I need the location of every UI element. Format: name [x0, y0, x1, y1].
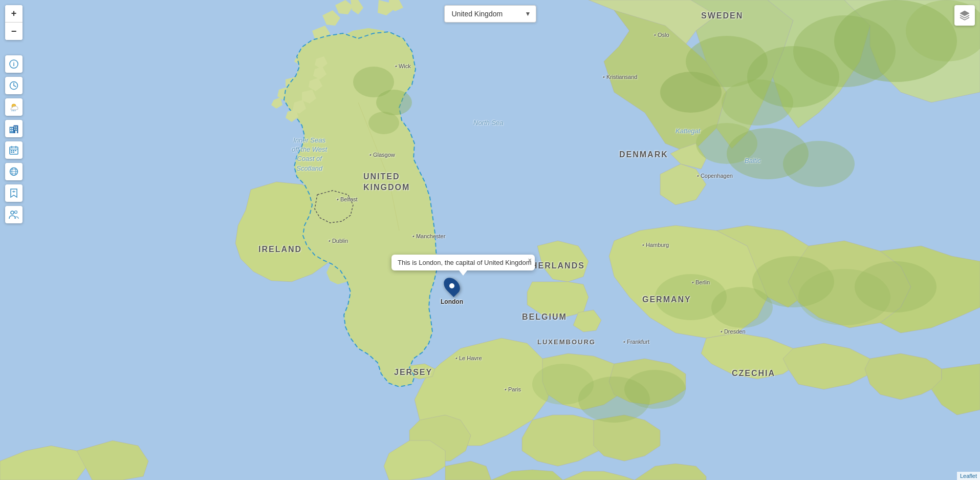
- svg-rect-36: [12, 130, 13, 131]
- popup-tail: [459, 270, 467, 276]
- country-selector: United Kingdom France Germany Spain Ital…: [444, 5, 536, 23]
- london-pin[interactable]: London: [441, 277, 463, 305]
- svg-rect-35: [10, 130, 11, 131]
- clock-button[interactable]: [5, 77, 23, 94]
- country-dropdown[interactable]: United Kingdom France Germany Spain Ital…: [444, 5, 536, 23]
- svg-rect-37: [14, 127, 15, 128]
- info-icon: i: [9, 59, 19, 69]
- leaflet-link[interactable]: Leaflet: [960, 473, 977, 479]
- buildings-icon: [9, 123, 19, 134]
- svg-rect-33: [10, 128, 11, 129]
- svg-line-30: [15, 110, 15, 111]
- svg-point-12: [376, 90, 412, 115]
- zoom-in-button[interactable]: +: [5, 5, 23, 23]
- info-button[interactable]: i: [5, 55, 23, 73]
- people-icon: [9, 210, 19, 220]
- leaflet-attribution: Leaflet: [957, 472, 980, 480]
- svg-line-26: [14, 86, 16, 87]
- svg-text:i: i: [13, 61, 14, 67]
- weather-button[interactable]: [5, 98, 23, 116]
- map-container[interactable]: UNITEDKINGDOM IRELAND SWEDEN DENMARK NET…: [0, 0, 980, 480]
- svg-point-2: [660, 72, 722, 113]
- calendar-button[interactable]: [5, 141, 23, 159]
- people-button[interactable]: [5, 206, 23, 223]
- sidebar-tools: i: [5, 55, 23, 223]
- calendar-icon: [9, 145, 19, 155]
- clock-icon: [9, 80, 19, 91]
- svg-rect-40: [16, 129, 17, 130]
- zoom-out-button[interactable]: −: [5, 23, 23, 40]
- svg-rect-48: [15, 150, 16, 151]
- svg-rect-41: [15, 131, 17, 133]
- zoom-controls: + −: [5, 5, 23, 40]
- svg-point-59: [15, 211, 17, 214]
- svg-rect-50: [13, 152, 14, 153]
- svg-rect-38: [16, 127, 17, 128]
- svg-rect-34: [12, 128, 13, 129]
- svg-point-13: [368, 112, 399, 134]
- svg-rect-39: [14, 129, 15, 130]
- layers-button[interactable]: [954, 5, 975, 26]
- svg-point-58: [11, 211, 14, 214]
- svg-point-21: [624, 370, 686, 409]
- svg-rect-49: [11, 152, 12, 153]
- popup-text: This is London, the capital of United Ki…: [398, 259, 532, 266]
- map-svg: [0, 0, 980, 480]
- bookmark-button[interactable]: [5, 184, 23, 202]
- svg-line-28: [12, 110, 12, 111]
- globe-button[interactable]: [5, 163, 23, 180]
- globe-icon: [9, 166, 19, 177]
- layers-icon: [959, 10, 970, 21]
- svg-rect-46: [11, 150, 12, 151]
- svg-point-10: [783, 141, 855, 187]
- bookmark-icon: [9, 188, 19, 198]
- weather-icon: [9, 102, 19, 112]
- buildings-button[interactable]: [5, 120, 23, 137]
- svg-rect-47: [13, 150, 14, 151]
- pin-label: London: [441, 298, 463, 305]
- svg-line-29: [13, 110, 14, 111]
- svg-point-18: [855, 261, 937, 312]
- popup-close-button[interactable]: ×: [528, 257, 532, 263]
- pin-icon: [441, 275, 463, 297]
- map-popup: × This is London, the capital of United …: [391, 255, 535, 270]
